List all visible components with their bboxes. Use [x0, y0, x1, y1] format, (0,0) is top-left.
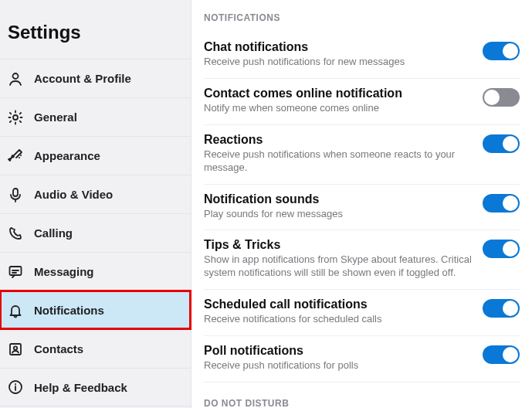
toggle-sched[interactable] — [483, 299, 520, 318]
setting-text: Scheduled call notificationsReceive noti… — [204, 298, 473, 326]
toggle-sounds[interactable] — [483, 194, 520, 212]
setting-title: Reactions — [204, 133, 473, 147]
sidebar-item-help[interactable]: Help & Feedback — [0, 368, 191, 406]
setting-text: Notification soundsPlay sounds for new m… — [204, 192, 473, 221]
section-header: DO NOT DISTURB — [204, 398, 520, 408]
info-icon — [8, 379, 23, 395]
svg-rect-4 — [13, 189, 18, 196]
setting-row-tips: Tips & TricksShow in app notifications f… — [204, 230, 520, 290]
setting-text: ReactionsReceive push notifications when… — [204, 133, 473, 175]
setting-desc: Receive notifications for scheduled call… — [204, 313, 473, 326]
setting-title: Scheduled call notifications — [204, 298, 473, 311]
setting-row-reactions: ReactionsReceive push notifications when… — [204, 125, 520, 185]
setting-desc: Show in app notifications from Skype abo… — [204, 253, 473, 280]
mic-icon — [8, 187, 23, 202]
sidebar-item-label: Calling — [34, 226, 73, 240]
setting-desc: Receive push notifications for new messa… — [204, 56, 473, 69]
sidebar-item-contacts[interactable]: Contacts — [0, 329, 191, 368]
sidebar-item-appearance[interactable]: Appearance — [0, 136, 191, 175]
setting-title: Contact comes online notification — [204, 87, 473, 100]
setting-title: Notification sounds — [204, 192, 473, 206]
svg-point-3 — [20, 155, 21, 155]
svg-point-1 — [13, 115, 18, 120]
sidebar-item-general[interactable]: General — [0, 97, 191, 136]
sidebar-item-audio[interactable]: Audio & Video — [0, 175, 191, 213]
sidebar-item-label: Notifications — [34, 304, 104, 317]
setting-desc: Play sounds for new messages — [204, 208, 473, 221]
svg-point-7 — [14, 346, 17, 349]
section-header: NOTIFICATIONS — [204, 12, 520, 23]
setting-row-sched: Scheduled call notificationsReceive noti… — [204, 290, 520, 336]
sidebar-item-notifications[interactable]: Notifications — [0, 291, 191, 329]
sidebar-item-calling[interactable]: Calling — [0, 213, 191, 252]
setting-row-contact: Contact comes online notificationNotify … — [204, 79, 520, 125]
setting-text: Tips & TricksShow in app notifications f… — [204, 238, 473, 280]
setting-row-chat: Chat notificationsReceive push notificat… — [204, 32, 520, 79]
user-icon — [8, 71, 23, 87]
setting-text: Chat notificationsReceive push notificat… — [204, 40, 473, 69]
setting-title: Tips & Tricks — [204, 238, 473, 252]
settings-content: NOTIFICATIONSChat notificationsReceive p… — [191, 0, 532, 408]
svg-point-0 — [13, 73, 19, 79]
sidebar-item-label: Contacts — [34, 342, 83, 355]
sidebar-item-label: Account & Profile — [34, 72, 131, 85]
setting-desc: Notify me when someone comes online — [204, 102, 473, 115]
setting-text: Contact comes online notificationNotify … — [204, 87, 473, 115]
sidebar-item-label: Appearance — [34, 149, 100, 162]
toggle-reactions[interactable] — [483, 134, 520, 153]
setting-desc: Receive push notifications for polls — [204, 359, 473, 372]
setting-text: Poll notificationsReceive push notificat… — [204, 344, 473, 372]
toggle-poll[interactable] — [483, 345, 520, 364]
sidebar-item-account[interactable]: Account & Profile — [0, 59, 191, 97]
sidebar-item-label: Help & Feedback — [34, 381, 127, 394]
settings-sidebar: Settings Account & ProfileGeneralAppeara… — [0, 0, 191, 408]
settings-window: Settings Account & ProfileGeneralAppeara… — [0, 0, 532, 408]
setting-row-poll: Poll notificationsReceive push notificat… — [204, 336, 520, 382]
gear-icon — [8, 110, 23, 125]
toggle-chat[interactable] — [483, 42, 520, 60]
chat-icon — [8, 264, 23, 280]
contacts-icon — [8, 342, 23, 357]
setting-title: Chat notifications — [204, 40, 473, 54]
sidebar-item-label: Audio & Video — [34, 188, 113, 201]
phone-icon — [8, 226, 23, 241]
sidebar-item-messaging[interactable]: Messaging — [0, 252, 191, 291]
settings-title: Settings — [0, 0, 191, 59]
svg-point-2 — [19, 157, 19, 158]
toggle-contact[interactable] — [483, 88, 520, 107]
setting-row-sounds: Notification soundsPlay sounds for new m… — [204, 185, 520, 231]
brush-icon — [8, 148, 23, 164]
toggle-tips[interactable] — [483, 240, 520, 258]
sidebar-item-label: General — [34, 110, 77, 124]
setting-desc: Receive push notifications when someone … — [204, 148, 473, 175]
setting-title: Poll notifications — [204, 344, 473, 358]
bell-icon — [8, 303, 23, 318]
sidebar-item-label: Messaging — [34, 265, 94, 278]
